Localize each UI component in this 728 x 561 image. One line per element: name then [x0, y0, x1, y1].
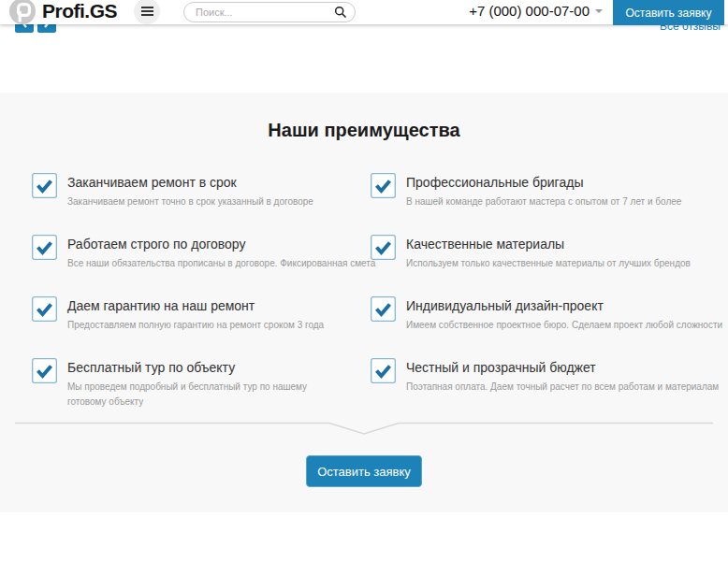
advantage-item: Работаем строго по договоруВсе наши обяз…: [32, 235, 375, 271]
advantage-description: В нашей команде работают мастера с опыто…: [406, 194, 681, 209]
advantage-description: Мы проведем подробный и бесплатный тур п…: [67, 380, 337, 409]
advantage-description: Имеем собственное проектное бюро. Сделае…: [406, 318, 722, 333]
advantage-title: Честный и прозрачный бюджет: [406, 360, 719, 375]
check-icon: [32, 235, 57, 260]
advantage-item: Индивидуальный дизайн-проектИмеем собств…: [371, 296, 722, 333]
section-title: Наши преимущества: [0, 120, 728, 141]
advantage-description: Все наши обязательства прописаны в догов…: [67, 256, 375, 271]
submit-request-button[interactable]: Оставить заявку: [306, 455, 422, 487]
advantage-title: Бесплатный тур по объекту: [67, 360, 337, 375]
check-icon: [32, 173, 57, 198]
advantage-title: Даем гарантию на наш ремонт: [67, 298, 324, 313]
search-input[interactable]: [196, 7, 334, 18]
advantage-item: Качественные материалыИспользуем только …: [371, 235, 691, 271]
header: Profi.GS +7 (000) 000-07-00 Оставить зая…: [0, 0, 728, 24]
search-box: [183, 2, 356, 22]
logo-icon: [9, 0, 36, 24]
advantages-section: Наши преимущества Заканчиваем ремонт в с…: [0, 93, 728, 512]
advantage-description: Заканчиваем ремонт точно в срок указанны…: [67, 194, 313, 209]
check-icon: [371, 235, 396, 260]
logo-text: Profi.GS: [42, 0, 117, 22]
check-icon: [371, 358, 396, 383]
chevron-down-icon: [595, 9, 603, 13]
advantage-description: Предоставляем полную гарантию на ремонт …: [67, 318, 324, 333]
check-icon: [32, 296, 57, 322]
advantage-item: Профессиональные бригадыВ нашей команде …: [371, 173, 681, 209]
advantage-title: Работаем строго по договору: [67, 237, 375, 252]
advantage-title: Качественные материалы: [406, 237, 691, 252]
search-icon[interactable]: [334, 6, 347, 19]
logo[interactable]: Profi.GS: [9, 0, 117, 24]
divider-notch: [15, 418, 713, 437]
phone-number: +7 (000) 000-07-00: [469, 3, 590, 19]
check-icon: [32, 358, 57, 383]
page: Все отзывы Profi.GS +7 (000) 000-07-00: [0, 0, 728, 561]
check-icon: [371, 296, 396, 322]
advantage-item: Бесплатный тур по объектуМы проведем под…: [32, 358, 337, 409]
advantage-title: Профессиональные бригады: [406, 175, 681, 190]
advantage-item: Честный и прозрачный бюджетПоэтапная опл…: [371, 358, 719, 395]
advantage-title: Индивидуальный дизайн-проект: [406, 298, 722, 313]
check-icon: [371, 173, 396, 198]
advantage-item: Даем гарантию на наш ремонтПредоставляем…: [32, 296, 324, 333]
advantage-item: Заканчиваем ремонт в срокЗаканчиваем рем…: [32, 173, 313, 209]
header-request-button[interactable]: Оставить заявку: [613, 0, 724, 25]
phone-dropdown[interactable]: +7 (000) 000-07-00: [469, 3, 603, 19]
advantage-title: Заканчиваем ремонт в срок: [67, 175, 313, 190]
advantage-description: Поэтапная оплата. Даем точный расчет по …: [406, 380, 719, 395]
advantage-description: Используем только качественные материалы…: [406, 256, 691, 271]
menu-button[interactable]: [134, 0, 160, 24]
